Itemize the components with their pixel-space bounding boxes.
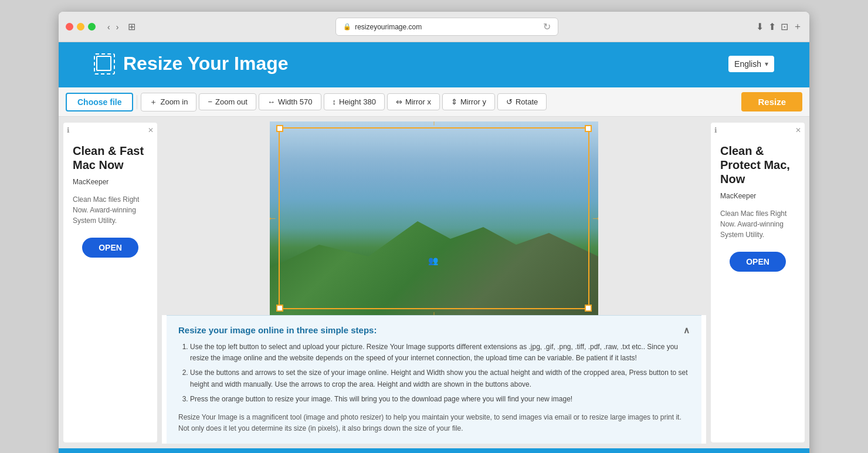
logo-icon (94, 53, 115, 75)
mirror-y-icon: ⇕ (451, 97, 457, 106)
zoom-out-icon: − (208, 97, 212, 106)
info-title-text: Resize your image online in three simple… (178, 325, 377, 335)
tab-overview-button[interactable]: ⊡ (781, 21, 788, 32)
forward-button[interactable]: › (114, 21, 121, 33)
lock-icon: 🔒 (343, 23, 351, 31)
collapse-button[interactable]: ∧ (683, 325, 690, 336)
mirror-x-button[interactable]: ⇔ Mirror x (387, 93, 440, 110)
crop-handle-top-right[interactable] (585, 125, 592, 132)
people-silhouette: 👥 (428, 256, 438, 265)
crop-overlay[interactable]: ↑ ↓ ← → (279, 127, 589, 309)
site-wrapper: Resize Your Image English ▾ Choose file … (59, 42, 809, 453)
reader-view-button[interactable]: ⊞ (126, 20, 138, 33)
image-area: 👥 ↑ ↓ ← → (162, 117, 706, 448)
image-preview: 👥 ↑ ↓ ← → (270, 121, 598, 315)
url-text: resizeyourimage.com (355, 23, 422, 31)
refresh-icon[interactable]: ↻ (543, 21, 551, 32)
crop-handle-bottom-right[interactable] (585, 305, 592, 312)
resize-button[interactable]: Resize (741, 92, 802, 111)
back-button[interactable]: ‹ (105, 21, 113, 33)
ad-info-icon-right[interactable]: ℹ (714, 126, 717, 134)
crop-arrow-top[interactable]: ↑ (432, 121, 437, 128)
zoom-in-button[interactable]: ＋ Zoom in (141, 93, 196, 111)
nav-buttons: ‹ › (105, 21, 121, 33)
left-ad-title: Clean & Fast Mac Now (73, 144, 148, 172)
left-ad-open-button[interactable]: OPEN (82, 238, 138, 258)
info-title-bar: Resize your image online in three simple… (178, 325, 690, 336)
image-canvas[interactable]: 👥 ↑ ↓ ← → (270, 121, 598, 315)
width-button[interactable]: ↔ Width 570 (259, 93, 321, 110)
new-tab-button[interactable]: ＋ (793, 21, 802, 33)
crop-arrow-right[interactable]: → (591, 212, 598, 225)
left-ad-brand: MacKeeper (73, 178, 148, 186)
browser-window: ‹ › ⊞ 🔒 resizeyourimage.com ↻ ⬇ ⬆ ⊡ ＋ Re… (59, 12, 809, 453)
left-ad-description: Clean Mac files Right Now. Award-winning… (73, 194, 148, 226)
language-value: English (734, 59, 761, 69)
mirror-x-icon: ⇔ (396, 97, 402, 106)
ad-close-button-left[interactable]: ✕ (148, 126, 154, 134)
crop-arrow-bottom[interactable]: ↓ (432, 309, 437, 315)
rotate-icon: ↺ (506, 97, 513, 106)
info-section: Resize your image online in three simple… (167, 315, 701, 444)
browser-actions: ⬇ ⬆ ⊡ ＋ (756, 21, 802, 33)
address-bar-container: 🔒 resizeyourimage.com ↻ (150, 18, 744, 36)
chevron-down-icon: ▾ (765, 60, 768, 68)
right-ad-panel: ℹ ✕ Clean & Protect Mac, Now MacKeeper C… (711, 123, 805, 442)
main-content: ℹ ✕ Clean & Fast Mac Now MacKeeper Clean… (59, 117, 809, 448)
toolbar: Choose file ＋ Zoom in − Zoom out ↔ Width… (59, 87, 809, 117)
crop-handle-bottom-left[interactable] (276, 305, 283, 312)
site-logo: Resize Your Image (94, 53, 289, 75)
site-title: Resize Your Image (123, 53, 289, 75)
address-bar[interactable]: 🔒 resizeyourimage.com ↻ (335, 18, 558, 36)
minimize-button[interactable] (77, 23, 84, 31)
info-description: Resize Your Image is a magnificent tool … (178, 412, 690, 434)
choose-file-button[interactable]: Choose file (66, 93, 133, 111)
height-button[interactable]: ↕ Height 380 (324, 93, 385, 110)
crop-handle-top-left[interactable] (276, 125, 283, 132)
zoom-in-icon: ＋ (150, 97, 157, 107)
right-ad-open-button[interactable]: OPEN (730, 252, 786, 272)
right-ad-brand: MacKeeper (720, 192, 795, 200)
close-button[interactable] (66, 23, 73, 31)
info-step-3: Press the orange button to resize your i… (190, 394, 690, 405)
site-footer: © deNes (59, 448, 809, 453)
info-steps: Use the top left button to select and up… (178, 342, 690, 405)
width-icon: ↔ (267, 97, 275, 106)
site-header: Resize Your Image English ▾ (59, 42, 809, 87)
share-button[interactable]: ⬆ (768, 21, 776, 32)
info-step-1: Use the top left button to select and up… (190, 342, 690, 364)
crop-arrow-left[interactable]: ← (270, 212, 277, 225)
browser-titlebar: ‹ › ⊞ 🔒 resizeyourimage.com ↻ ⬇ ⬆ ⊡ ＋ (59, 12, 809, 42)
language-selector[interactable]: English ▾ (728, 56, 774, 72)
toolbar-separator (137, 95, 137, 109)
rotate-button[interactable]: ↺ Rotate (497, 93, 547, 110)
height-icon: ↕ (333, 97, 337, 106)
ad-close-button-right[interactable]: ✕ (795, 126, 801, 134)
mirror-y-button[interactable]: ⇕ Mirror y (442, 93, 495, 110)
maximize-button[interactable] (88, 23, 96, 31)
info-step-2: Use the buttons and arrows to set the si… (190, 367, 690, 390)
download-button[interactable]: ⬇ (756, 21, 764, 32)
traffic-lights (66, 23, 96, 31)
right-ad-title: Clean & Protect Mac, Now (720, 144, 795, 186)
left-ad-panel: ℹ ✕ Clean & Fast Mac Now MacKeeper Clean… (63, 123, 157, 442)
right-ad-description: Clean Mac files Right Now. Award-winning… (720, 208, 795, 240)
ad-info-icon-left[interactable]: ℹ (67, 126, 70, 134)
info-wrapper: Resize your image online in three simple… (162, 315, 706, 444)
zoom-out-button[interactable]: − Zoom out (199, 93, 256, 110)
